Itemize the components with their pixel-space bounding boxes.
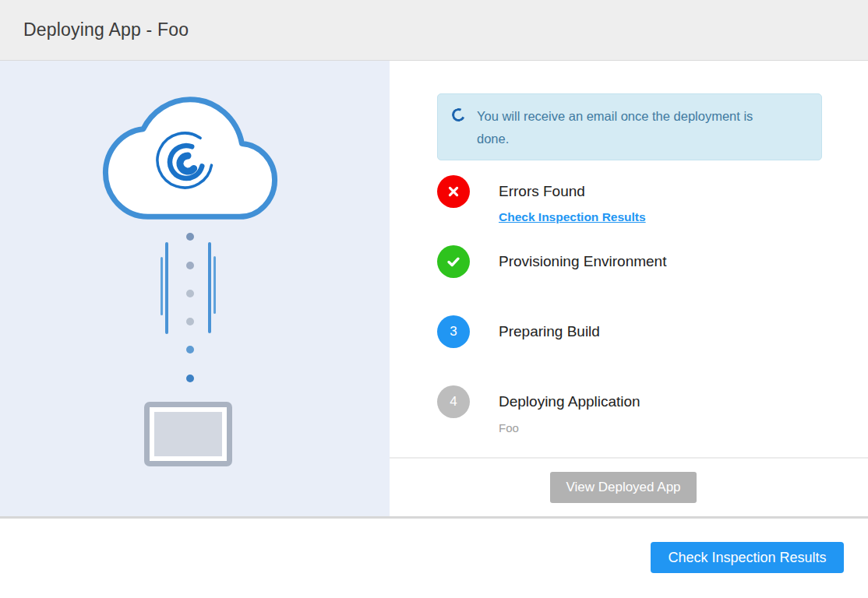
stream-dot [186, 375, 194, 382]
monitor-icon [144, 402, 232, 466]
panel-divider [390, 457, 868, 459]
error-x-icon [437, 175, 470, 208]
spinner-icon [450, 107, 468, 124]
stream-line-left-inner [165, 242, 168, 334]
stream-line-left-outer [161, 257, 163, 315]
check-inspection-results-button[interactable]: Check Inspection Results [651, 542, 844, 573]
stream-dot [186, 318, 194, 325]
view-deployed-app-button[interactable]: View Deployed App [550, 472, 697, 503]
dialog-body: You will receive an email once the deplo… [0, 61, 868, 516]
step-provisioning-environment: Provisioning Environment [437, 245, 666, 278]
monitor-screen [154, 412, 222, 456]
email-notice-text: You will receive an email once the deplo… [477, 105, 773, 150]
stream-dot [186, 262, 194, 269]
deployment-illustration-panel [0, 61, 390, 516]
stream-dot [186, 290, 194, 297]
dialog-footer: Check Inspection Results [0, 519, 868, 596]
stream-line-right-outer [213, 256, 216, 314]
step-deploying-application: 4 Deploying Application Foo [437, 385, 640, 434]
step-errors-found: Errors Found Check Inspection Results [437, 175, 646, 224]
dialog-titlebar: Deploying App - Foo [0, 0, 868, 61]
stream-line-right-inner [208, 242, 211, 333]
step-preparing-build: 3 Preparing Build [437, 315, 600, 348]
check-inspection-results-link[interactable]: Check Inspection Results [499, 210, 646, 224]
step-number: 4 [450, 394, 457, 410]
step-label: Errors Found [499, 175, 646, 208]
email-notice-banner: You will receive an email once the deplo… [437, 93, 822, 160]
step-label: Deploying Application [499, 385, 640, 418]
step-number-badge: 3 [437, 315, 470, 348]
stream-dot [186, 346, 194, 354]
step-label: Preparing Build [499, 315, 600, 348]
step-number-badge: 4 [437, 385, 470, 418]
step-number: 3 [450, 324, 457, 339]
deploy-dialog: Deploying App - Foo [0, 0, 868, 596]
success-check-icon [437, 245, 470, 278]
step-sublabel: Foo [499, 421, 640, 434]
step-label: Provisioning Environment [499, 245, 666, 278]
dialog-title: Deploying App - Foo [23, 19, 189, 40]
cloud-logo-swirl-icon [153, 128, 216, 193]
deployment-status-panel: You will receive an email once the deplo… [390, 61, 868, 516]
stream-dot [186, 233, 194, 241]
